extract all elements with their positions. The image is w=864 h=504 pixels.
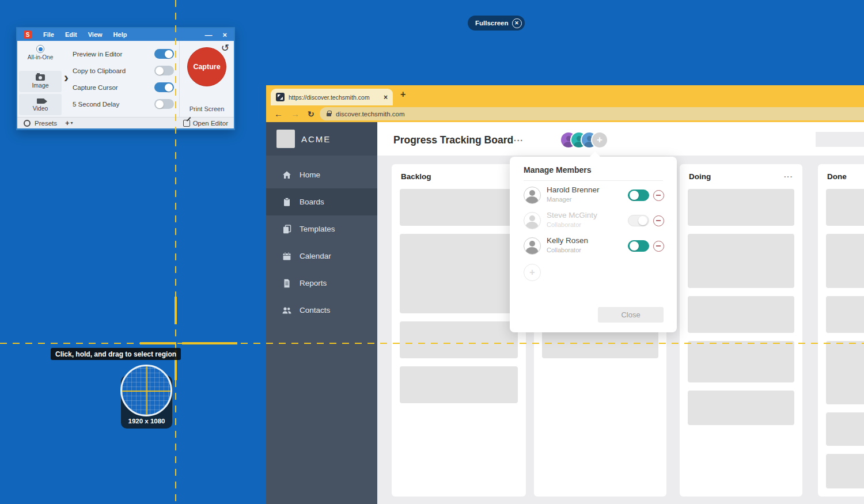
preview-in-editor-toggle[interactable] [154, 49, 174, 59]
column-backlog: Backlog [392, 164, 526, 497]
capture-cursor-toggle[interactable] [154, 82, 174, 92]
option-label: Copy to Clipboard [73, 67, 126, 74]
board-menu-icon[interactable]: ··· [514, 136, 524, 145]
menu-file[interactable]: File [43, 31, 54, 38]
option-row: 5 Second Delay [73, 96, 174, 112]
card-placeholder[interactable] [688, 341, 794, 382]
clipboard-icon [282, 197, 292, 207]
close-icon[interactable]: × [222, 31, 227, 39]
card-placeholder[interactable] [400, 366, 518, 403]
capture-modes: All-in-One Image Video [17, 41, 63, 117]
delay-toggle[interactable] [154, 99, 174, 109]
member-toggle[interactable] [628, 240, 649, 252]
avatar [524, 187, 541, 204]
mode-label: Video [33, 105, 48, 112]
popup-title: Manage Members [524, 165, 591, 175]
site-favicon-icon [276, 93, 285, 101]
card-placeholder[interactable] [826, 454, 864, 488]
back-icon[interactable]: ← [274, 109, 283, 119]
open-editor-button[interactable]: Open Editor [183, 120, 228, 127]
address-bar[interactable]: discover.techsmith.com [320, 107, 864, 120]
column-menu-icon[interactable]: ··· [784, 172, 793, 181]
browser-toolbar: ← → ↻ discover.techsmith.com [266, 105, 864, 122]
sidebar-item-reports[interactable]: Reports [266, 270, 377, 297]
org-header: ACME [266, 122, 377, 156]
copy-to-clipboard-toggle[interactable] [154, 66, 174, 75]
member-name: Kelly Rosen [547, 236, 588, 245]
card-placeholder[interactable] [688, 296, 794, 333]
browser-tab[interactable]: https://discover.techsmith.com × [271, 89, 393, 105]
crosshair-segment [140, 342, 176, 344]
menu-view[interactable]: View [88, 31, 103, 38]
menu-help[interactable]: Help [113, 31, 127, 38]
option-row: Preview in Editor [73, 46, 174, 62]
browser-window: https://discover.techsmith.com × + ← → ↻… [266, 85, 864, 504]
fullscreen-button[interactable]: Fullscreen ✕ [468, 16, 525, 31]
gear-icon[interactable] [24, 120, 31, 127]
card-placeholder[interactable] [400, 321, 518, 358]
sidebar-item-home[interactable]: Home [266, 161, 377, 188]
page-content: ACME Home Boards Templates [266, 122, 864, 504]
forward-icon[interactable]: → [291, 109, 300, 119]
card-placeholder[interactable] [826, 189, 864, 226]
window-bottom-strip [17, 128, 234, 130]
member-role: Collaborator [547, 221, 581, 228]
column-title: Doing [689, 172, 711, 181]
card-placeholder[interactable] [400, 234, 518, 313]
remove-member-icon[interactable] [653, 190, 664, 201]
avatar [524, 237, 541, 255]
reset-icon[interactable]: ↺ [221, 42, 229, 54]
add-member-avatar-button[interactable]: + [591, 131, 608, 149]
card-placeholder[interactable] [826, 296, 864, 333]
editor-icon [183, 120, 190, 127]
card-placeholder[interactable] [688, 234, 794, 288]
header-placeholder-button[interactable] [816, 132, 864, 147]
open-editor-label: Open Editor [193, 120, 228, 127]
member-toggle[interactable] [628, 215, 649, 226]
sidebar-item-label: Home [300, 170, 320, 179]
card-placeholder[interactable] [826, 341, 864, 404]
member-role: Collaborator [547, 247, 581, 253]
remove-member-icon[interactable] [653, 215, 664, 226]
tab-close-icon[interactable]: × [384, 93, 388, 101]
caret-down-icon[interactable]: ▾ [71, 120, 73, 126]
sidebar-item-templates[interactable]: Templates [266, 215, 377, 242]
card-placeholder[interactable] [826, 412, 864, 446]
avatar [524, 212, 541, 229]
radio-selected-icon[interactable] [36, 45, 44, 53]
member-row: Kelly Rosen Collaborator [510, 235, 677, 258]
people-icon [282, 305, 292, 316]
snagit-logo: S [24, 31, 32, 39]
column-title: Done [827, 172, 847, 181]
snagit-titlebar: S File Edit View Help — × [17, 28, 234, 41]
capture-tooltip: Click, hold, and drag to select region [51, 348, 181, 360]
crosshair-segment [175, 297, 177, 324]
sidebar-item-label: Contacts [300, 306, 330, 314]
presets-label[interactable]: Presets [35, 120, 57, 127]
new-tab-button[interactable]: + [400, 89, 406, 100]
menu-edit[interactable]: Edit [65, 31, 77, 38]
mode-image[interactable]: Image [19, 71, 62, 92]
tab-title: https://discover.techsmith.com [289, 94, 380, 101]
close-button[interactable]: Close [598, 307, 664, 323]
sidebar-item-calendar[interactable]: Calendar [266, 242, 377, 270]
add-preset-icon[interactable]: + [65, 119, 70, 127]
card-placeholder[interactable] [688, 189, 794, 226]
mode-all-in-one[interactable]: All-in-One [17, 41, 63, 60]
option-row: Capture Cursor [73, 79, 174, 96]
add-member-button[interactable]: + [524, 264, 541, 281]
capture-button[interactable]: Capture [187, 47, 226, 86]
reload-icon[interactable]: ↻ [308, 109, 314, 119]
card-placeholder[interactable] [826, 234, 864, 288]
mode-video[interactable]: Video [19, 94, 62, 115]
minimize-icon[interactable]: — [204, 31, 212, 39]
crosshair-vertical-line [175, 0, 176, 504]
card-placeholder[interactable] [400, 189, 518, 226]
sidebar-item-contacts[interactable]: Contacts [266, 297, 377, 324]
member-toggle[interactable] [628, 190, 649, 201]
card-placeholder[interactable] [688, 391, 794, 425]
divider [524, 180, 663, 181]
snagit-window: S File Edit View Help — × All-in-One [16, 27, 235, 130]
sidebar-item-boards[interactable]: Boards [266, 188, 377, 215]
remove-member-icon[interactable] [653, 241, 664, 252]
